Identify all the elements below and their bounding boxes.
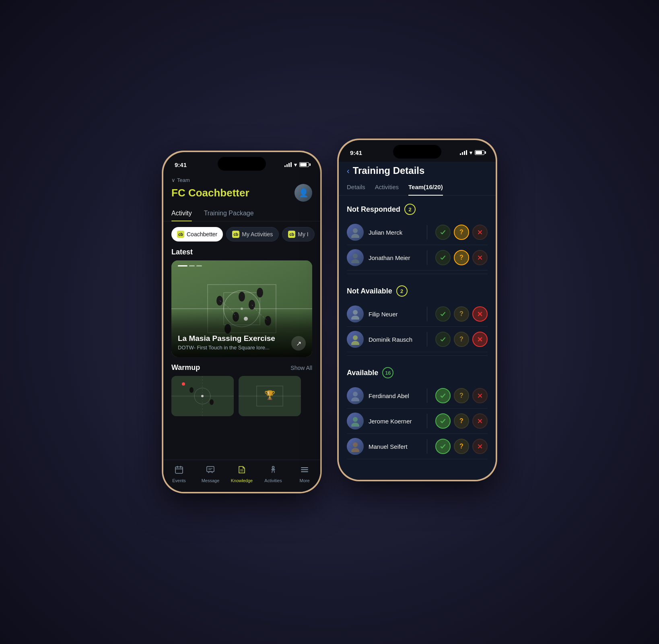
- warmup-header: Warmup Show All: [163, 357, 320, 376]
- team-label-row: ∨ Team: [171, 177, 312, 183]
- nav-knowledge-label: Knowledge: [231, 478, 253, 483]
- show-all-button[interactable]: Show All: [290, 365, 312, 371]
- svg-point-48: [351, 397, 359, 401]
- avatar-dominik: [347, 331, 364, 348]
- tab-training-package[interactable]: Training Package: [204, 206, 254, 221]
- filter-coachbetter[interactable]: cb Coachbetter: [171, 227, 223, 242]
- svg-point-49: [353, 417, 358, 422]
- unavailable-btn-jonathan[interactable]: [472, 250, 488, 265]
- available-btn-filip[interactable]: [435, 306, 451, 322]
- player-name-julian: Julian Merck: [369, 229, 422, 236]
- action-buttons-jerome: ?: [435, 413, 488, 429]
- filter-my-activities[interactable]: cb My Activities: [226, 227, 279, 242]
- svg-point-18: [189, 387, 194, 393]
- warmup-card-2[interactable]: 🏆: [239, 376, 301, 416]
- tab-details[interactable]: Details: [347, 180, 365, 195]
- warmup-card-1[interactable]: [171, 376, 234, 416]
- svg-point-41: [353, 254, 358, 258]
- maybe-btn-jerome[interactable]: ?: [454, 413, 469, 429]
- dot-1: [178, 265, 187, 266]
- player-name-ferdinand: Ferdinand Abel: [369, 392, 422, 399]
- page-title: Training Details: [353, 165, 425, 176]
- left-content: ∨ Team FC Coachbetter 👤 Activity Trainin…: [163, 174, 320, 492]
- tab-activities[interactable]: Activities: [375, 180, 399, 195]
- maybe-btn-manuel[interactable]: ?: [454, 439, 469, 454]
- maybe-btn-julian[interactable]: ?: [454, 225, 469, 240]
- card-arrow-button[interactable]: ↗: [291, 336, 306, 351]
- unavailable-btn-dominik[interactable]: [472, 332, 488, 347]
- available-btn-jerome[interactable]: [435, 413, 451, 429]
- available-btn-julian[interactable]: [435, 225, 451, 240]
- card-content: La Masia Passing Exercise DOTW- First To…: [171, 310, 312, 357]
- nav-knowledge[interactable]: Knowledge: [230, 465, 254, 483]
- nav-more[interactable]: More: [292, 465, 317, 483]
- section-available: Available 16: [347, 359, 488, 383]
- svg-rect-30: [207, 466, 214, 472]
- player-jerome-koerner: Jerome Koerner ?: [347, 409, 488, 434]
- action-buttons-manuel: ?: [435, 439, 488, 454]
- team-row: FC Coachbetter 👤: [171, 184, 312, 202]
- left-phone: 9:41 ▾ ∨ Team: [162, 151, 321, 493]
- divider: [427, 225, 427, 239]
- back-header: ‹ Training Details: [339, 162, 496, 179]
- action-buttons-filip: ?: [435, 306, 488, 322]
- battery-icon-right: [475, 150, 484, 155]
- maybe-btn-dominik[interactable]: ?: [454, 332, 469, 347]
- unavailable-btn-manuel[interactable]: [472, 439, 488, 454]
- svg-point-19: [210, 399, 214, 405]
- section-not-available: Not Available 2: [347, 277, 488, 301]
- divider-section-1: [347, 274, 488, 274]
- status-icons-right: ▾: [460, 150, 484, 156]
- unavailable-btn-julian[interactable]: [472, 225, 488, 240]
- filter-my-more[interactable]: cb My I: [282, 227, 314, 242]
- maybe-btn-jonathan[interactable]: ?: [454, 250, 469, 265]
- tab-team[interactable]: Team(16/20): [408, 180, 443, 195]
- signal-icon: [284, 162, 292, 167]
- player-manuel-seifert: Manuel Seifert ?: [347, 434, 488, 459]
- nav-message[interactable]: Message: [198, 465, 222, 483]
- maybe-btn-ferdinand[interactable]: ?: [454, 388, 469, 403]
- svg-point-12: [257, 288, 263, 297]
- unavailable-btn-ferdinand[interactable]: [472, 388, 488, 403]
- available-btn-ferdinand[interactable]: [435, 388, 451, 403]
- nav-events[interactable]: Events: [167, 465, 191, 483]
- unavailable-btn-jerome[interactable]: [472, 413, 488, 429]
- available-btn-jonathan[interactable]: [435, 250, 451, 265]
- nav-more-label: More: [299, 478, 309, 483]
- filter-row: cb Coachbetter cb My Activities cb My I: [163, 221, 320, 246]
- training-card[interactable]: La Masia Passing Exercise DOTW- First To…: [171, 260, 312, 357]
- tab-activity[interactable]: Activity: [171, 206, 192, 221]
- available-btn-dominik[interactable]: [435, 332, 451, 347]
- right-content: ‹ Training Details Details Activities Te…: [339, 162, 496, 480]
- player-name-jonathan: Jonathan Meier: [369, 254, 422, 261]
- divider-5: [427, 388, 427, 403]
- divider-7: [427, 439, 427, 454]
- available-btn-manuel[interactable]: [435, 439, 451, 454]
- svg-point-46: [351, 341, 359, 345]
- player-jonathan-meier: Jonathan Meier ?: [347, 245, 488, 270]
- player-julian-merck: Julian Merck ?: [347, 220, 488, 245]
- player-name-filip: Filip Neuer: [369, 311, 422, 318]
- nav-activities[interactable]: Activities: [261, 465, 285, 483]
- message-icon: [206, 465, 215, 477]
- chevron-icon: ∨: [171, 177, 175, 183]
- back-button[interactable]: ‹: [347, 166, 350, 175]
- avatar[interactable]: 👤: [294, 184, 312, 202]
- avatar-julian: [347, 224, 364, 241]
- time-right: 9:41: [350, 149, 362, 156]
- player-ferdinand-abel: Ferdinand Abel ?: [347, 383, 488, 409]
- unavailable-btn-filip[interactable]: [472, 306, 488, 322]
- svg-point-43: [353, 310, 358, 315]
- maybe-btn-filip[interactable]: ?: [454, 306, 469, 322]
- avatar-ferdinand: [347, 387, 364, 404]
- avatar-filip: [347, 305, 364, 322]
- svg-point-39: [353, 228, 358, 233]
- nav-activities-label: Activities: [264, 478, 282, 483]
- player-name-manuel: Manuel Seifert: [369, 443, 422, 450]
- team-label-text: Team: [177, 177, 190, 183]
- divider-3: [427, 307, 427, 321]
- svg-point-35: [272, 466, 274, 468]
- phones-container: 9:41 ▾ ∨ Team: [162, 151, 497, 493]
- avatar-manuel: [347, 438, 364, 455]
- svg-point-45: [353, 335, 358, 340]
